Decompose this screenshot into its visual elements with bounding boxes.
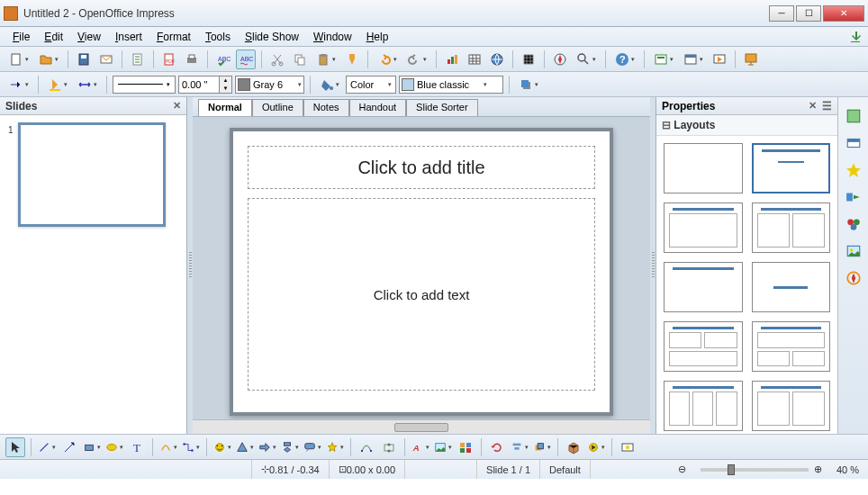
spin-down[interactable]: ▼	[219, 85, 231, 93]
layout-title-two[interactable]	[752, 202, 831, 253]
tab-handout[interactable]: Handout	[349, 99, 407, 116]
save-button[interactable]	[74, 50, 94, 69]
block-arrows-tool[interactable]	[258, 437, 277, 457]
layout-four2[interactable]	[752, 381, 831, 431]
zoom-in-button[interactable]: ⊕	[814, 464, 822, 475]
spin-up[interactable]: ▲	[219, 76, 231, 85]
menu-slideshow[interactable]: Slide Show	[238, 29, 306, 45]
spellcheck-button[interactable]: ABC	[213, 50, 233, 69]
points-tool[interactable]	[357, 437, 376, 457]
shadow-button[interactable]	[515, 75, 542, 94]
chart-button[interactable]	[442, 50, 462, 69]
layout-centered[interactable]	[752, 262, 831, 312]
sidebar-transition-icon[interactable]	[844, 187, 863, 207]
menu-help[interactable]: Help	[359, 29, 396, 45]
select-tool[interactable]	[5, 437, 25, 457]
menu-format[interactable]: Format	[149, 29, 198, 45]
line-tool[interactable]	[37, 437, 57, 457]
email-button[interactable]	[96, 50, 116, 69]
from-file-tool[interactable]	[433, 437, 453, 457]
new-button[interactable]	[5, 50, 32, 69]
tab-normal[interactable]: Normal	[198, 99, 252, 116]
arrow-tool[interactable]	[59, 437, 79, 457]
cut-button[interactable]	[267, 50, 287, 69]
align-tool[interactable]	[510, 437, 529, 457]
slide-thumb-1[interactable]: 1	[18, 122, 166, 227]
slide-title-placeholder[interactable]: Click to add title	[248, 146, 595, 189]
menu-view[interactable]: View	[70, 29, 108, 45]
table-button[interactable]	[465, 50, 484, 69]
fontwork-tool[interactable]: A	[411, 437, 430, 457]
fill-color-combo[interactable]: Blue classic ▾	[399, 76, 503, 94]
grid-button[interactable]	[519, 50, 538, 69]
line-width-spinbox[interactable]: ▲▼	[178, 76, 232, 94]
layout-two-boxes[interactable]	[664, 321, 743, 372]
rotate-tool[interactable]	[487, 437, 507, 457]
ellipse-tool[interactable]	[104, 437, 124, 457]
layouts-section-header[interactable]: Layouts	[656, 115, 837, 136]
maximize-button[interactable]: ☐	[796, 5, 821, 22]
copy-button[interactable]	[290, 50, 310, 69]
download-icon[interactable]	[848, 30, 863, 44]
gallery-tool[interactable]	[456, 437, 475, 457]
zoom-button[interactable]	[573, 50, 600, 69]
menu-edit[interactable]: Edit	[37, 29, 70, 45]
tab-outline[interactable]: Outline	[252, 99, 303, 116]
zoom-slider[interactable]	[701, 468, 809, 472]
slides-panel-close-icon[interactable]: ✕	[173, 100, 181, 112]
animation-tool[interactable]	[618, 437, 637, 457]
line-width-input[interactable]	[179, 79, 219, 90]
sidebar-styles-icon[interactable]	[844, 214, 863, 234]
properties-menu-icon[interactable]: ☰	[822, 100, 832, 112]
autospellcheck-button[interactable]: ABC	[236, 50, 256, 69]
zoom-out-button[interactable]: ⊖	[669, 460, 695, 479]
redo-button[interactable]	[403, 50, 430, 69]
status-style[interactable]: Default	[540, 460, 591, 479]
arrange-tool[interactable]	[532, 437, 552, 457]
slide-layout-button[interactable]	[650, 50, 677, 69]
menu-file[interactable]: File	[5, 29, 37, 45]
format-paintbrush-button[interactable]	[342, 50, 362, 69]
sidebar-animation-icon[interactable]	[844, 160, 863, 180]
basic-shapes-tool[interactable]	[212, 437, 232, 457]
line-color-icon[interactable]	[44, 75, 71, 94]
properties-close-icon[interactable]: ✕	[809, 100, 817, 112]
navigator-button[interactable]	[550, 50, 570, 69]
hyperlink-button[interactable]	[487, 50, 507, 69]
layout-content-title[interactable]	[752, 321, 831, 372]
menu-window[interactable]: Window	[306, 29, 359, 45]
undo-button[interactable]	[374, 50, 401, 69]
interaction-tool[interactable]	[586, 437, 606, 457]
sidebar-gallery-icon[interactable]	[844, 241, 863, 261]
text-tool[interactable]: T	[127, 437, 147, 457]
curve-tool[interactable]	[158, 437, 178, 457]
line-style-combo[interactable]: ▾	[113, 76, 176, 94]
rectangle-tool[interactable]	[82, 437, 102, 457]
slide-show-button[interactable]	[710, 50, 729, 69]
edit-file-button[interactable]	[128, 50, 148, 69]
stars-tool[interactable]	[325, 437, 345, 457]
flowchart-tool[interactable]	[280, 437, 300, 457]
connector-tool[interactable]	[181, 437, 201, 457]
callouts-tool[interactable]	[303, 437, 322, 457]
line-color-combo[interactable]: Gray 6 ▾	[235, 76, 304, 94]
print-button[interactable]	[182, 50, 202, 69]
slide-design-button[interactable]	[680, 50, 707, 69]
slide-workspace[interactable]: Click to add title Click to add text	[193, 117, 650, 419]
tab-notes[interactable]: Notes	[303, 99, 349, 116]
extrusion-tool[interactable]	[564, 437, 583, 457]
layout-title-only[interactable]	[664, 262, 743, 312]
help-button[interactable]: ?	[611, 50, 638, 69]
close-button[interactable]: ✕	[823, 5, 864, 22]
sidebar-navigator-icon[interactable]	[844, 268, 863, 288]
layout-blank[interactable]	[664, 143, 743, 194]
tab-sorter[interactable]: Slide Sorter	[406, 99, 477, 116]
zoom-value[interactable]: 40 %	[827, 460, 868, 479]
sidebar-properties-icon[interactable]	[844, 106, 863, 126]
presentation-button[interactable]	[741, 50, 761, 69]
gluepoints-tool[interactable]	[379, 437, 399, 457]
arrow-style-button[interactable]	[5, 75, 32, 94]
menu-tools[interactable]: Tools	[198, 29, 238, 45]
slide-canvas[interactable]: Click to add title Click to add text	[230, 128, 613, 416]
symbol-shapes-tool[interactable]	[235, 437, 255, 457]
